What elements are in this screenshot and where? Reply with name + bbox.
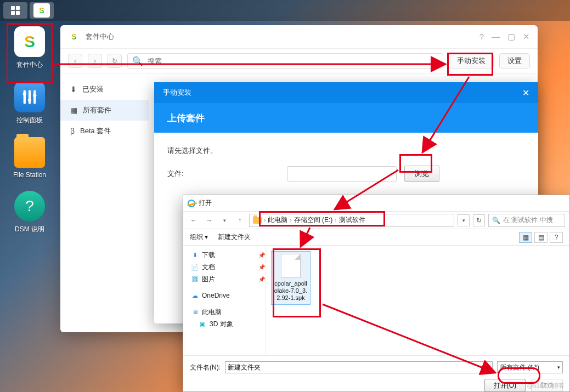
breadcrumb-item[interactable]: 此电脑 bbox=[268, 215, 287, 225]
download-icon: ⬇ bbox=[191, 251, 199, 259]
cube-icon: ▣ bbox=[199, 320, 206, 328]
filestation-icon bbox=[14, 137, 45, 168]
svg-point-3 bbox=[23, 92, 26, 95]
nav-recent-button[interactable]: ▾ bbox=[218, 214, 230, 226]
refresh-button[interactable]: ↻ bbox=[108, 54, 122, 68]
close-icon[interactable]: ✕ bbox=[522, 88, 529, 98]
new-folder-button[interactable]: 新建文件夹 bbox=[218, 232, 251, 242]
address-bar[interactable]: › 此电脑 › 存储空间 (E:) › 测试软件 bbox=[249, 214, 454, 227]
svg-rect-0 bbox=[24, 90, 26, 104]
cloud-icon: ☁ bbox=[191, 292, 199, 299]
sidebar-item-label: Beta 套件 bbox=[80, 126, 111, 136]
filename-label: 文件名(N): bbox=[190, 363, 221, 372]
breadcrumb-item[interactable]: 存储空间 (E:) bbox=[294, 215, 333, 225]
desktop-item-filestation[interactable]: File Station bbox=[13, 137, 46, 179]
search-box[interactable]: 🔍 bbox=[127, 53, 443, 69]
nav-back-button[interactable]: ‹ bbox=[68, 54, 82, 68]
tree-item-pictures[interactable]: 🖼图片📌 bbox=[183, 273, 265, 285]
file-icon bbox=[281, 254, 301, 278]
help-button[interactable]: ? bbox=[479, 32, 484, 42]
pkgcenter-sidebar: ⬇ 已安装 ▦ 所有套件 β Beta 套件 bbox=[60, 73, 149, 332]
dialog-header: 上传套件 bbox=[154, 103, 538, 133]
computer-icon: 🖥 bbox=[191, 308, 199, 316]
tree-item-thispc[interactable]: 🖥此电脑 bbox=[183, 306, 265, 318]
desktop-item-controlpanel[interactable]: 控制面板 bbox=[14, 82, 45, 125]
search-icon: 🔍 bbox=[492, 217, 500, 224]
dialog-title: 手动安装 bbox=[163, 88, 191, 98]
settings-button[interactable]: 设置 bbox=[499, 53, 530, 69]
nav-forward-button[interactable]: › bbox=[88, 54, 102, 68]
chevron-right-icon: › bbox=[264, 217, 266, 223]
document-icon: 📄 bbox=[191, 263, 199, 271]
pkgcenter-titlebar[interactable]: S 套件中心 ? — ▢ ✕ bbox=[60, 25, 538, 48]
open-titlebar[interactable]: 打开 bbox=[183, 195, 569, 212]
pkgcenter-icon: S bbox=[14, 26, 45, 57]
filename-input[interactable] bbox=[225, 361, 493, 373]
view-icons-button[interactable]: ▦ bbox=[519, 232, 532, 243]
open-button[interactable]: 打开(O) bbox=[484, 379, 526, 392]
browse-button[interactable]: 浏览 bbox=[404, 166, 439, 182]
taskbar: S bbox=[0, 0, 570, 21]
open-title: 打开 bbox=[199, 198, 212, 208]
filetype-combo[interactable]: 所有文件 (*.*)▾ bbox=[497, 361, 563, 373]
organize-button[interactable]: 组织 ▾ bbox=[190, 232, 208, 242]
dialog-prompt: 请先选择文件。 bbox=[167, 146, 525, 156]
watermark: @51CTO博客 bbox=[527, 382, 565, 390]
file-open-dialog: 打开 ← → ▾ ↑ › 此电脑 › 存储空间 (E:) › 测试软件 ▾ ↻ … bbox=[183, 195, 570, 392]
file-label: 文件: bbox=[167, 169, 184, 179]
refresh-button[interactable]: ↻ bbox=[473, 214, 485, 226]
sidebar-item-label: 所有套件 bbox=[83, 105, 111, 115]
close-button[interactable]: ✕ bbox=[523, 32, 530, 42]
sidebar-item-installed[interactable]: ⬇ 已安装 bbox=[60, 79, 149, 100]
file-input[interactable] bbox=[287, 166, 397, 181]
ie-icon bbox=[188, 200, 195, 207]
folder-tree: ⬇下载📌 📄文档📌 🖼图片📌 ☁OneDrive 🖥此电脑 ▣3D 对象 bbox=[183, 246, 266, 355]
nav-back-button[interactable]: ← bbox=[188, 214, 200, 226]
sidebar-item-beta[interactable]: β Beta 套件 bbox=[60, 121, 149, 141]
maximize-button[interactable]: ▢ bbox=[507, 32, 515, 42]
pin-icon: 📌 bbox=[258, 276, 265, 282]
grid-icon: ▦ bbox=[70, 106, 77, 115]
taskbar-pkgcenter-button[interactable]: S bbox=[30, 2, 54, 19]
desktop-label: File Station bbox=[13, 171, 46, 179]
dialog-titlebar[interactable]: 手动安装 ✕ bbox=[154, 82, 538, 103]
file-name: cpolar_apollolake-7.0_3.2.92-1.spk bbox=[274, 280, 308, 302]
manual-install-button[interactable]: 手动安装 bbox=[449, 53, 494, 69]
open-bottom: 文件名(N): 所有文件 (*.*)▾ 打开(O) 取消 bbox=[183, 355, 569, 392]
window-title: 套件中心 bbox=[86, 32, 114, 42]
pin-icon: 📌 bbox=[258, 264, 265, 270]
svg-point-5 bbox=[33, 94, 36, 97]
desktop-label: 套件中心 bbox=[16, 60, 43, 70]
address-dropdown-button[interactable]: ▾ bbox=[458, 214, 470, 226]
nav-up-button[interactable]: ↑ bbox=[234, 214, 246, 226]
search-input[interactable] bbox=[148, 57, 438, 65]
beta-icon: β bbox=[70, 127, 75, 135]
file-list[interactable]: cpolar_apollolake-7.0_3.2.92-1.spk bbox=[266, 246, 569, 355]
desktop-icons: S 套件中心 控制面板 File Station ? DSM 说明 bbox=[0, 21, 59, 234]
picture-icon: 🖼 bbox=[191, 275, 199, 283]
help-button[interactable]: ? bbox=[550, 232, 563, 243]
desktop-item-pkgcenter[interactable]: S 套件中心 bbox=[14, 26, 45, 70]
chevron-right-icon: › bbox=[290, 217, 291, 223]
desktop-label: DSM 说明 bbox=[15, 225, 44, 234]
open-nav: ← → ▾ ↑ › 此电脑 › 存储空间 (E:) › 测试软件 ▾ ↻ 🔍 在… bbox=[183, 212, 569, 229]
open-search[interactable]: 🔍 在 测试软件 中搜 bbox=[488, 214, 565, 227]
open-toolbar: 组织 ▾ 新建文件夹 ▦ ▤ ? bbox=[183, 229, 569, 246]
apps-grid-icon bbox=[11, 6, 20, 15]
minimize-button[interactable]: — bbox=[492, 32, 500, 42]
breadcrumb-item[interactable]: 测试软件 bbox=[339, 215, 365, 225]
tree-item-documents[interactable]: 📄文档📌 bbox=[183, 261, 265, 273]
tree-item-downloads[interactable]: ⬇下载📌 bbox=[183, 249, 265, 261]
view-details-button[interactable]: ▤ bbox=[534, 232, 548, 243]
download-icon: ⬇ bbox=[70, 85, 77, 94]
nav-forward-button[interactable]: → bbox=[203, 214, 215, 226]
desktop-item-dsmhelp[interactable]: ? DSM 说明 bbox=[14, 191, 45, 234]
sidebar-item-all[interactable]: ▦ 所有套件 bbox=[60, 100, 149, 121]
tree-item-3dobjects[interactable]: ▣3D 对象 bbox=[183, 318, 265, 330]
tree-item-onedrive[interactable]: ☁OneDrive bbox=[183, 289, 265, 302]
file-item[interactable]: cpolar_apollolake-7.0_3.2.92-1.spk bbox=[271, 251, 311, 305]
pkgcenter-toolbar: ‹ › ↻ 🔍 手动安装 设置 bbox=[60, 48, 538, 73]
chevron-right-icon: › bbox=[335, 217, 336, 223]
taskbar-apps-button[interactable] bbox=[3, 2, 27, 19]
folder-icon bbox=[253, 217, 262, 224]
